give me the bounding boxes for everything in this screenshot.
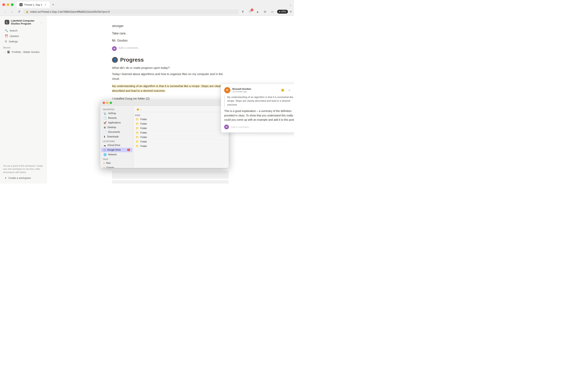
comment-popup-header: R Russell Gordon 19 minutes ago 🙂 ✓ •••: [224, 87, 294, 93]
user-avatar: W: [112, 46, 117, 51]
collapse-tabs-button[interactable]: ⌄: [289, 3, 292, 6]
take-care-text: Take care,: [112, 31, 229, 36]
google-drive-icon: ⬡: [103, 149, 106, 151]
finder-tag-orange[interactable]: ● Orange: [101, 166, 132, 168]
shield-button[interactable]: 🛡 8: [248, 9, 253, 14]
finder-item-icloud[interactable]: ☁ iCloud Drive: [101, 143, 132, 148]
comment-body: This is a good explanation – a summary o…: [224, 109, 294, 122]
finder-item-downloads[interactable]: ⬇ Downloads: [101, 134, 132, 139]
finder-row: 📁 Folder: [135, 131, 227, 135]
downloads-icon: ⬇: [103, 135, 106, 138]
finder-maximize-button[interactable]: [110, 102, 112, 104]
finder-row: 📁 Folder: [135, 140, 227, 144]
folder-icon: 📁: [136, 136, 139, 139]
address-bar[interactable]: 🔒 notion.so/Thread-1-Day-1-be7588410ace4…: [23, 9, 239, 14]
finder-item-desktop[interactable]: 🖥 Desktop: [101, 125, 132, 130]
sidebar-settings-label: Settings: [9, 40, 18, 43]
workspace-header[interactable]: L Lakefield Computer Studies Program ⌄: [1, 18, 45, 26]
finder-tags-label: Tags: [100, 157, 133, 161]
vpn-button[interactable]: ● VPN: [277, 10, 288, 14]
updates-icon: ⏰: [5, 34, 8, 38]
traffic-lights: [2, 3, 14, 6]
finder-google-drive-label: Google Drive: [107, 149, 121, 151]
toolbar-actions: ⬆ 🛡 8 ▲ ⊟ ▭ ● VPN ≡: [240, 9, 292, 14]
sidebar-item-updates[interactable]: ⏰ Updates: [1, 33, 45, 39]
vpn-label: VPN: [281, 10, 286, 13]
sidebar-item-portfolio[interactable]: › 📓 Portfolio - Walter Gordon: [1, 50, 45, 54]
menu-button[interactable]: ≡: [290, 10, 292, 13]
finder-minimize-button[interactable]: [106, 102, 109, 104]
finder-item-airdrop[interactable]: 📡 AirDrop: [101, 111, 132, 116]
active-tab[interactable]: N Thread 1, Day 1 ✕: [17, 1, 50, 8]
maximize-button[interactable]: [11, 3, 14, 6]
comment-input[interactable]: Add a comment...: [119, 46, 229, 49]
finder-folder-5: Folder: [140, 136, 147, 139]
finder-row: 📁 Folder: [135, 135, 227, 140]
refresh-button[interactable]: ↺: [16, 9, 22, 14]
progress-body1: Today I learned about algorithms and how…: [112, 72, 229, 81]
finder-item-network[interactable]: 🌐 Network: [101, 152, 132, 157]
more-options-button[interactable]: •••: [294, 87, 294, 93]
finder-desktop-label: Desktop: [108, 126, 116, 129]
wallet-button[interactable]: ▭: [270, 9, 275, 14]
portfolio-label: Portfolio - Walter Gordon: [12, 50, 40, 53]
finder-tag-red[interactable]: ● Red: [101, 161, 132, 165]
settings-icon: ⚙: [5, 40, 7, 43]
portfolio-icon: 📓: [7, 50, 10, 53]
close-button[interactable]: [2, 3, 5, 6]
search-icon: 🔍: [5, 29, 8, 32]
lightning-button[interactable]: ▲: [255, 9, 260, 14]
comment-time: 19 minutes ago: [232, 90, 278, 93]
reader-view-button[interactable]: ⊟: [262, 9, 268, 14]
share-button[interactable]: ⬆: [240, 9, 246, 14]
finder-row: 📁 Folder: [135, 117, 227, 122]
new-tab-button[interactable]: +: [50, 2, 56, 7]
commenter-info: Russell Gordon 19 minutes ago: [232, 87, 278, 93]
back-button[interactable]: ‹: [2, 9, 8, 14]
forward-button[interactable]: ›: [9, 9, 15, 14]
section-title: Progress: [120, 57, 144, 63]
minimize-button[interactable]: [7, 3, 9, 6]
finder-icloud-label: iCloud Drive: [108, 144, 120, 147]
finder-sidebar: Favorites 📡 AirDrop 🕐 Recents: [100, 106, 133, 168]
comment-reply-row: W Add a comment...: [224, 125, 294, 129]
finder-favorites-label: Favorites: [100, 107, 133, 111]
finder-item-google-drive[interactable]: ⬡ Google Drive 1: [101, 148, 132, 152]
create-workspace-label: Create a workspace: [8, 176, 31, 179]
highlighted-section: My understanding of an algorithm is that…: [112, 84, 229, 93]
filter-icon: 😊: [136, 108, 139, 111]
sidebar-updates-label: Updates: [9, 35, 19, 38]
shield-badge: 8: [251, 8, 253, 11]
orange-tag-icon: ●: [103, 167, 105, 168]
recents-icon: 🕐: [103, 117, 107, 120]
network-icon: 🌐: [103, 153, 107, 156]
finder-folder-6: Folder: [140, 140, 147, 143]
finder-folder-7: Folder: [140, 145, 147, 148]
finder-item-recents[interactable]: 🕐 Recents: [101, 116, 132, 120]
tab-close-button[interactable]: ✕: [44, 3, 47, 6]
documents-icon: 📄: [103, 131, 107, 133]
finder-item-documents[interactable]: 📄 Documents: [101, 130, 132, 134]
finder-item-applications[interactable]: 🚀 Applications: [101, 121, 132, 125]
finder-documents-label: Documents: [108, 131, 120, 133]
mr-gordon-text: Mr. Gordon: [112, 38, 229, 43]
create-workspace-icon: ✦: [5, 176, 7, 179]
section-header: 👤 Progress: [112, 57, 229, 63]
tab-title: Thread 1, Day 1: [24, 3, 42, 6]
finder-filter-button[interactable]: 😊 ⌄: [136, 108, 142, 111]
folder-icon: 📁: [136, 145, 139, 148]
workspace-name: Lakefield Computer Studies Program: [11, 19, 39, 25]
create-workspace-button[interactable]: ✦ Create a workspace: [3, 176, 43, 180]
resolve-button[interactable]: ✓: [287, 87, 292, 93]
sidebar-item-search[interactable]: 🔍 Search: [1, 28, 45, 33]
finder-network-label: Network: [108, 153, 117, 156]
sidebar-footer: You are a guest of this workspace. Creat…: [0, 163, 46, 182]
sidebar-item-settings[interactable]: ⚙ Settings: [1, 39, 45, 44]
finder-close-button[interactable]: [103, 102, 105, 104]
finder-window: Favorites 📡 AirDrop 🕐 Recents: [100, 100, 229, 168]
reply-input[interactable]: Add a comment...: [231, 125, 251, 128]
tab-favicon: N: [19, 3, 23, 6]
emoji-reaction-button[interactable]: 🙂: [280, 87, 285, 93]
comment-popup: R Russell Gordon 19 minutes ago 🙂 ✓ •••: [221, 84, 294, 133]
finder-tag-orange-label: Orange: [106, 166, 114, 168]
